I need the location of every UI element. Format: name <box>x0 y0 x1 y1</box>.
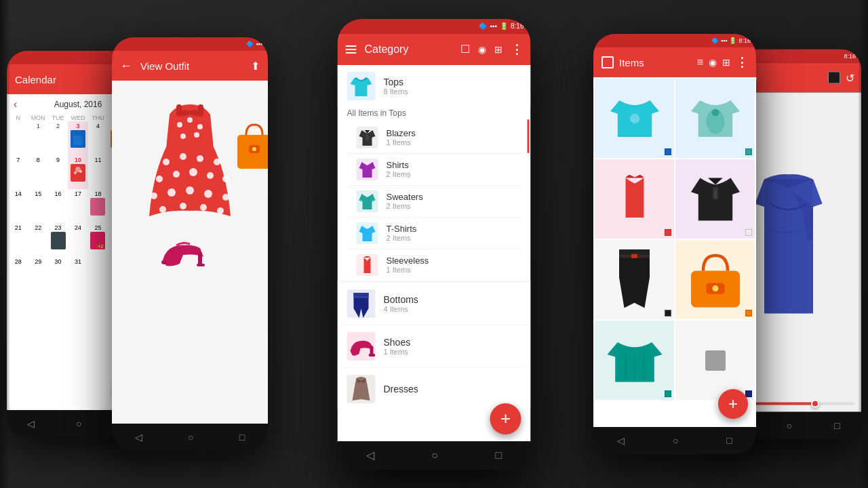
sweaters-name: Sweaters <box>387 192 423 202</box>
svg-point-51 <box>712 285 718 291</box>
checkbox-appbar[interactable] <box>601 56 614 68</box>
bottoms-section-header[interactable]: Bottoms 4 Items <box>338 281 531 325</box>
back-nav[interactable]: ◁ <box>27 418 35 429</box>
home-nav-5[interactable]: ○ <box>787 420 792 431</box>
calendar-cell: 4 <box>88 121 108 155</box>
svg-point-33 <box>161 260 167 264</box>
more-vert-icon[interactable]: ⋮ <box>511 42 523 57</box>
palette-icon[interactable]: ◉ <box>478 44 486 55</box>
svg-rect-38 <box>354 296 369 298</box>
blazers-item[interactable]: Blazers 1 Items <box>338 122 531 153</box>
item-cell-2[interactable] <box>675 79 755 158</box>
item-cell-5[interactable] <box>595 240 674 319</box>
tshirts-name: T-Shirts <box>387 224 417 234</box>
item-cell-8[interactable] <box>675 321 755 400</box>
items-grid-body <box>593 77 756 427</box>
calendar-cell: 25 +2 <box>88 223 108 257</box>
item-cell-4[interactable] <box>675 159 755 239</box>
svg-point-24 <box>186 186 194 195</box>
scene: 🔷 ▪▪▪ Calendar ‹ August, 2016 › N MON TU… <box>0 0 868 488</box>
calendar-cell: 8 <box>28 155 47 189</box>
item-cell-7[interactable] <box>595 321 674 400</box>
bottoms-info: Bottoms 4 Items <box>384 294 418 313</box>
home-nav-2[interactable]: ○ <box>188 432 193 443</box>
back-button[interactable]: ← <box>120 59 132 73</box>
sleeveless-thumb <box>357 254 378 276</box>
svg-point-28 <box>180 203 186 209</box>
palette-icon-4[interactable]: ◉ <box>709 57 717 68</box>
bottoms-thumb <box>347 289 376 318</box>
phone-view-outfit: 🔷 ▪▪▪ ← View Outfit ⬆ <box>112 37 268 451</box>
back-nav-4[interactable]: ◁ <box>617 435 625 446</box>
shirts-item[interactable]: Shirts 2 Items <box>338 154 531 185</box>
svg-point-25 <box>204 190 212 198</box>
recent-nav-4[interactable]: □ <box>726 435 732 446</box>
svg-point-26 <box>222 194 229 201</box>
hamburger-menu[interactable] <box>346 45 357 54</box>
item-cell-6[interactable] <box>675 240 755 319</box>
dresses-info: Dresses <box>384 384 418 394</box>
tshirts-count: 2 Items <box>387 234 417 242</box>
svg-point-9 <box>187 117 193 123</box>
svg-point-12 <box>194 132 199 138</box>
list-view-icon[interactable]: ≡ <box>697 56 703 68</box>
calendar-cell: 30 <box>48 257 68 291</box>
blazers-thumb <box>357 127 378 148</box>
share-button[interactable]: ⬆ <box>251 60 260 73</box>
svg-point-8 <box>177 122 182 127</box>
slider-thumb[interactable] <box>811 400 819 408</box>
home-nav[interactable]: ○ <box>76 418 81 429</box>
home-nav-3[interactable]: ○ <box>431 449 438 462</box>
calendar-cell: 29 <box>28 257 47 291</box>
shirts-name: Shirts <box>387 160 411 170</box>
svg-point-16 <box>214 159 220 165</box>
shoes-count: 1 Items <box>384 348 411 356</box>
svg-rect-32 <box>197 264 205 266</box>
calendar-cell: 21 <box>8 223 28 257</box>
item-cell-3[interactable] <box>595 159 674 239</box>
category-list[interactable]: Tops 8 Items All Items in Tops Blazers <box>338 65 531 441</box>
blazers-name: Blazers <box>387 128 416 138</box>
calendar-cell <box>8 121 28 155</box>
grid-icon[interactable]: ⊞ <box>494 44 502 55</box>
back-nav-3[interactable]: ◁ <box>366 449 374 462</box>
checkbox-icon[interactable]: ☐ <box>460 43 470 56</box>
phone-category: 🔷 ▪▪▪ 🔋 8:16 Category ☐ ◉ ⊞ ⋮ <box>338 19 531 470</box>
svg-point-20 <box>207 172 214 179</box>
undo-icon[interactable]: ↺ <box>846 71 854 84</box>
bottoms-count: 4 Items <box>384 305 418 313</box>
tops-section-header[interactable]: Tops 8 Items <box>338 65 531 107</box>
svg-point-10 <box>197 124 203 129</box>
svg-point-29 <box>200 204 207 211</box>
recent-nav-5[interactable]: □ <box>834 420 840 431</box>
bt-icon-3: 🔷 <box>479 22 487 30</box>
sleeveless-item[interactable]: Sleeveless 1 Items <box>338 249 531 281</box>
scroll-indicator <box>528 119 530 153</box>
sleeveless-count: 1 Items <box>387 266 429 274</box>
items-fab[interactable]: + <box>718 389 748 419</box>
back-nav-2[interactable]: ◁ <box>135 432 142 443</box>
prev-month-btn[interactable]: ‹ <box>14 98 17 110</box>
recent-nav-3[interactable]: □ <box>496 449 502 462</box>
home-nav-4[interactable]: ○ <box>673 435 678 446</box>
tops-info: Tops 8 Items <box>384 77 408 96</box>
category-fab[interactable]: + <box>490 403 521 434</box>
outfit-thumb: +2 <box>90 232 105 249</box>
recent-nav-2[interactable]: □ <box>239 432 245 443</box>
calendar-cell: 17 <box>68 189 87 223</box>
svg-point-23 <box>167 188 176 197</box>
sweaters-item[interactable]: Sweaters 2 Items <box>338 186 531 217</box>
shoes-thumb <box>347 332 376 361</box>
shoes-section-header[interactable]: Shoes 1 Items <box>338 325 531 367</box>
tshirts-item[interactable]: T-Shirts 2 Items <box>338 218 531 249</box>
item-cell-1[interactable] <box>595 79 674 158</box>
app-bar-4: Items ≡ ◉ ⊞ ⋮ <box>593 47 756 77</box>
bt-icon-4: 🔷 <box>711 37 719 44</box>
svg-rect-37 <box>366 135 369 140</box>
svg-rect-6 <box>176 104 182 117</box>
color-select-box[interactable] <box>828 72 840 84</box>
more-icon-4[interactable]: ⋮ <box>736 55 748 70</box>
svg-point-19 <box>189 168 197 176</box>
shirts-count: 2 Items <box>387 170 411 178</box>
grid-icon-4[interactable]: ⊞ <box>722 57 730 68</box>
